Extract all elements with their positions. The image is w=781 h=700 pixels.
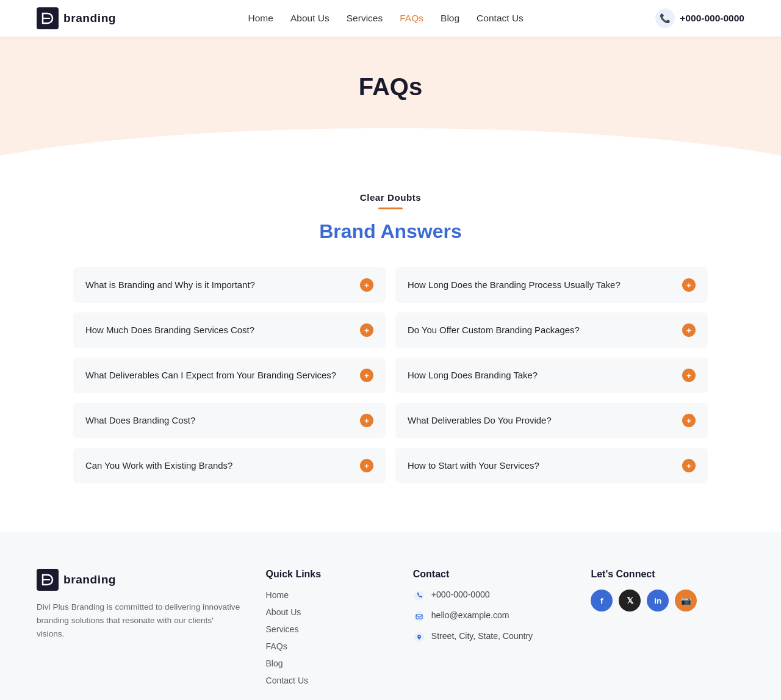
- faq-expand-icon-5: +: [360, 459, 373, 472]
- faq-item-5[interactable]: Can You Work with Existing Brands? +: [73, 448, 386, 483]
- faq-expand-icon-1: +: [360, 278, 373, 292]
- footer-contact-col: Contact +000-000-0000: [413, 569, 567, 692]
- faq-item-8[interactable]: How Long Does Branding Take? +: [395, 358, 708, 393]
- footer-phone-icon: [413, 590, 425, 602]
- phone-icon: 📞: [655, 9, 675, 28]
- faq-item-9[interactable]: What Deliverables Do You Provide? +: [395, 403, 708, 438]
- hero-section: FAQs: [0, 37, 781, 156]
- footer-link-services[interactable]: Services: [265, 624, 298, 634]
- logo-text: branding: [63, 12, 116, 25]
- faq-item-3[interactable]: What Deliverables Can I Expect from Your…: [73, 358, 386, 393]
- faq-expand-icon-2: +: [360, 323, 373, 337]
- main-nav: Home About Us Services FAQs Blog Contact…: [248, 13, 524, 24]
- footer-top: branding Divi Plus Branding is committed…: [37, 569, 744, 700]
- faq-item-2[interactable]: How Much Does Branding Services Cost? +: [73, 312, 386, 348]
- footer-logo[interactable]: branding: [37, 569, 241, 591]
- faq-item-6[interactable]: How Long Does the Branding Process Usual…: [395, 267, 708, 303]
- faq-expand-icon-6: +: [682, 278, 696, 292]
- main-content: Clear Doubts Brand Answers What is Brand…: [61, 156, 720, 532]
- footer-logo-icon: [37, 569, 59, 591]
- site-header: branding Home About Us Services FAQs Blo…: [0, 0, 781, 37]
- logo-icon: [37, 7, 59, 29]
- footer-logo-text: branding: [63, 573, 116, 586]
- footer-quick-links-title: Quick Links: [265, 569, 388, 580]
- footer-quick-links-list: Home About Us Services FAQs Blog Contact…: [265, 590, 388, 686]
- footer-address-text: Street, City, State, Country: [431, 631, 533, 641]
- footer-link-contact[interactable]: Contact Us: [265, 676, 308, 685]
- section-title: Brand Answers: [73, 220, 708, 243]
- nav-home[interactable]: Home: [248, 13, 273, 24]
- site-footer: branding Divi Plus Branding is committed…: [0, 532, 781, 700]
- faq-expand-icon-10: +: [682, 459, 696, 472]
- footer-social-title: Let's Connect: [591, 569, 744, 580]
- footer-email-text: hello@example.com: [431, 610, 509, 620]
- footer-social-col: Let's Connect f 𝕏 in 📷: [591, 569, 744, 692]
- section-subtitle: Clear Doubts: [73, 192, 708, 203]
- faq-expand-icon-4: +: [360, 414, 373, 427]
- nav-about[interactable]: About Us: [290, 13, 329, 24]
- header-phone[interactable]: 📞 +000-000-0000: [655, 9, 744, 28]
- footer-quick-links-col: Quick Links Home About Us Services FAQs …: [265, 569, 388, 692]
- nav-blog[interactable]: Blog: [441, 13, 459, 24]
- social-facebook-icon[interactable]: f: [591, 590, 613, 612]
- logo[interactable]: branding: [37, 7, 116, 29]
- footer-link-blog[interactable]: Blog: [265, 659, 283, 668]
- social-icons-group: f 𝕏 in 📷: [591, 590, 744, 612]
- social-linkedin-icon[interactable]: in: [647, 590, 669, 612]
- nav-services[interactable]: Services: [347, 13, 383, 24]
- footer-brand-col: branding Divi Plus Branding is committed…: [37, 569, 241, 692]
- faq-item-1[interactable]: What is Branding and Why is it Important…: [73, 267, 386, 303]
- hero-title: FAQs: [0, 73, 781, 101]
- faq-item-4[interactable]: What Does Branding Cost? +: [73, 403, 386, 438]
- faq-item-7[interactable]: Do You Offer Custom Branding Packages? +: [395, 312, 708, 348]
- footer-phone-text: +000-000-0000: [431, 590, 490, 599]
- footer-description: Divi Plus Branding is committed to deliv…: [37, 601, 241, 640]
- faq-expand-icon-8: +: [682, 369, 696, 382]
- social-instagram-icon[interactable]: 📷: [675, 590, 697, 612]
- faq-expand-icon-7: +: [682, 323, 696, 337]
- footer-link-about[interactable]: About Us: [265, 607, 301, 617]
- faq-grid: What is Branding and Why is it Important…: [73, 267, 708, 483]
- footer-contact-address: Street, City, State, Country: [413, 631, 567, 643]
- social-twitter-icon[interactable]: 𝕏: [619, 590, 641, 612]
- hero-wave: [0, 119, 781, 156]
- footer-link-home[interactable]: Home: [265, 590, 289, 600]
- footer-link-faqs[interactable]: FAQs: [265, 641, 287, 651]
- section-divider: [378, 207, 403, 209]
- faq-expand-icon-3: +: [360, 369, 373, 382]
- nav-faqs[interactable]: FAQs: [400, 13, 423, 24]
- faq-expand-icon-9: +: [682, 414, 696, 427]
- footer-location-icon: [413, 631, 425, 643]
- footer-email-icon: [413, 610, 425, 622]
- footer-contact-phone: +000-000-0000: [413, 590, 567, 602]
- footer-contact-title: Contact: [413, 569, 567, 580]
- faq-item-10[interactable]: How to Start with Your Services? +: [395, 448, 708, 483]
- footer-contact-email: hello@example.com: [413, 610, 567, 622]
- nav-contact[interactable]: Contact Us: [477, 13, 524, 24]
